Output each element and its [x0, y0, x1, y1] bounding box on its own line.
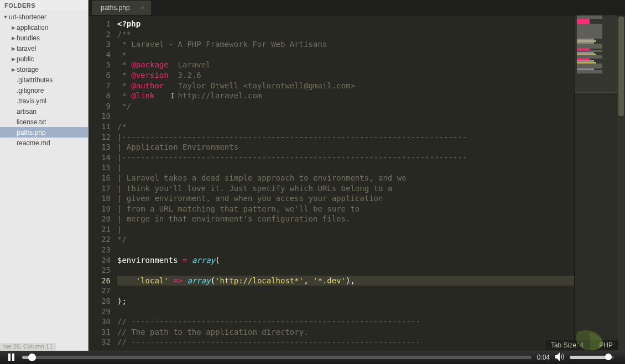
volume-icon[interactable] [555, 352, 565, 363]
code-area[interactable]: <?php/** * Laravel - A PHP Framework For… [115, 15, 574, 351]
line-number: 20 [88, 214, 111, 224]
line-number: 6 [88, 70, 111, 81]
code-line: | think you'll love it. Just specify whi… [117, 183, 574, 194]
line-number: 8 [88, 91, 111, 101]
line-number: 25 [88, 265, 111, 276]
code-line: * @author Taylor Otwell <taylorotwell@gm… [117, 81, 574, 91]
disclosure-closed-icon: ▶ [10, 56, 17, 62]
disclosure-closed-icon: ▶ [10, 46, 17, 51]
tree-label: .travis.yml [17, 97, 46, 105]
tree-label: .gitattributes [17, 76, 53, 84]
close-icon[interactable]: × [140, 4, 144, 12]
code-line: | Laravel takes a dead simple approach t… [117, 173, 574, 183]
vertical-scrollbar[interactable] [617, 15, 625, 351]
file-item[interactable]: artisan [0, 106, 88, 117]
line-number: 10 [88, 111, 111, 122]
minimap-viewport[interactable] [575, 15, 617, 93]
pause-button[interactable] [6, 352, 17, 363]
seek-slider[interactable] [22, 356, 532, 359]
line-number: 14 [88, 152, 111, 163]
code-line: $environments = array( [117, 255, 574, 266]
line-numbers-gutter: 1234567891011121314151617181920212223242… [88, 15, 115, 351]
status-tab-size[interactable]: Tab Size: 4 [551, 341, 584, 349]
tree-label: readme.md [17, 139, 50, 147]
code-line: | given environment, and when you access… [117, 193, 574, 204]
line-number: 17 [88, 183, 111, 194]
file-item[interactable]: .gitattributes [0, 75, 88, 85]
file-item[interactable]: .travis.yml [0, 96, 88, 106]
status-language[interactable]: PHP [599, 341, 613, 349]
seek-knob[interactable] [28, 354, 36, 361]
line-number: 5 [88, 60, 111, 70]
code-line: | [117, 162, 574, 173]
file-item[interactable]: license.txt [0, 117, 88, 127]
line-number: 12 [88, 132, 111, 143]
code-line: * @version 3.2.6 [117, 70, 574, 81]
editor-body: 1234567891011121314151617181920212223242… [88, 15, 625, 351]
line-number: 18 [88, 193, 111, 204]
folder-item[interactable]: ▶public [0, 54, 88, 64]
code-line [117, 111, 574, 122]
line-number: 16 [88, 173, 111, 183]
file-tree: ▼url-shortener▶application▶bundles▶larav… [0, 10, 88, 149]
pause-icon [8, 354, 14, 361]
line-number: 30 [88, 316, 111, 327]
tree-label: paths.php [17, 129, 46, 136]
tab-paths-php[interactable]: paths.php × [92, 1, 151, 15]
code-line: | from a URL matching that pattern, we'l… [117, 204, 574, 214]
line-number: 4 [88, 50, 111, 60]
file-item[interactable]: paths.php [0, 127, 88, 138]
line-number: 22 [88, 234, 111, 245]
line-number: 3 [88, 39, 111, 50]
line-number: 9 [88, 101, 111, 112]
code-line: */ [117, 101, 574, 112]
line-number: 27 [88, 286, 111, 296]
status-bar-right: Tab Size: 4 PHP [545, 340, 618, 350]
disclosure-closed-icon: ▶ [10, 25, 17, 30]
editor-pane: paths.php × 1234567891011121314151617181… [88, 0, 625, 351]
line-number: 19 [88, 204, 111, 214]
volume-knob[interactable] [605, 354, 612, 360]
line-number: 13 [88, 142, 111, 152]
line-number: 24 [88, 255, 111, 266]
folder-item[interactable]: ▶storage [0, 64, 88, 75]
code-line: |---------------------------------------… [117, 132, 574, 143]
tree-label: application [17, 24, 48, 31]
line-number: 32 [88, 337, 111, 347]
line-number: 15 [88, 162, 111, 173]
status-bar-left: ine 26, Column 11 [0, 343, 56, 351]
folder-item[interactable]: ▶laravel [0, 43, 88, 54]
file-item[interactable]: readme.md [0, 138, 88, 148]
code-line: | Application Environments [117, 142, 574, 152]
folder-item[interactable]: ▼url-shortener [0, 12, 88, 22]
volume-slider[interactable] [570, 356, 614, 359]
code-line: // The path to the application directory… [117, 327, 574, 337]
code-line: ); [117, 296, 574, 307]
tree-label: public [17, 55, 34, 63]
volume-progress [570, 356, 608, 359]
code-line: * @link http://laravel.com [117, 91, 574, 101]
tree-label: license.txt [17, 118, 46, 126]
scrollbar-thumb[interactable] [618, 17, 624, 116]
folder-item[interactable]: ▶application [0, 22, 88, 33]
tree-label: bundles [17, 34, 40, 42]
folder-item[interactable]: ▶bundles [0, 33, 88, 43]
code-line: * @package Laravel [117, 60, 574, 70]
line-number: 11 [88, 122, 111, 132]
line-number: 1 [88, 19, 111, 29]
code-line: // -------------------------------------… [117, 316, 574, 327]
text-caret-icon: I [170, 91, 175, 101]
minimap[interactable] [574, 15, 617, 351]
code-line [117, 307, 574, 317]
code-line: |---------------------------------------… [117, 152, 574, 163]
file-item[interactable]: .gitignore [0, 85, 88, 96]
line-number: 29 [88, 307, 111, 317]
tree-label: laravel [17, 45, 36, 52]
code-line: | merge in that environment's configurat… [117, 214, 574, 224]
disclosure-closed-icon: ▶ [10, 35, 17, 41]
code-line: /* [117, 122, 574, 132]
sidebar-folders: FOLDERS ▼url-shortener▶application▶bundl… [0, 0, 88, 351]
tree-label: url-shortener [9, 13, 46, 21]
code-line: * [117, 50, 574, 60]
video-player-bar: 0:04 [0, 351, 625, 364]
